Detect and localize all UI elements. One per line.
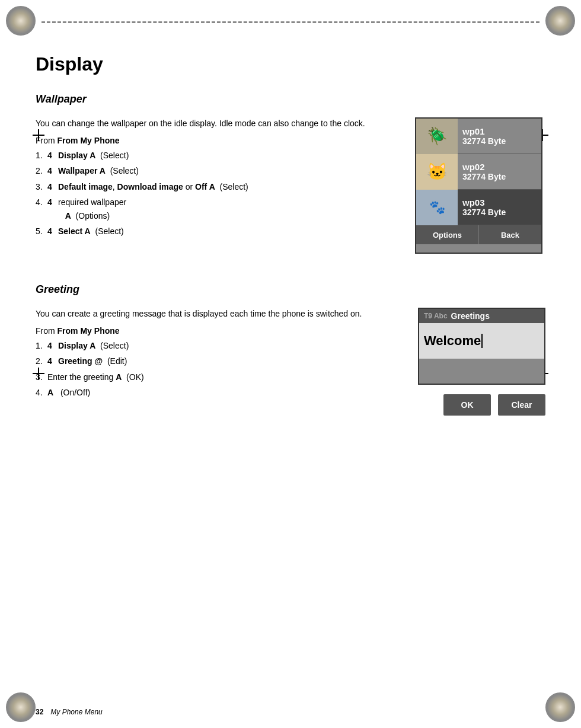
greeting-intro: You can create a greeting message that i… xyxy=(36,308,397,320)
wallpaper-info-2: wp02 32774 Byte xyxy=(458,159,541,184)
wallpaper-thumb-1 xyxy=(416,119,458,154)
footer-text: My Phone Menu xyxy=(50,708,102,716)
wallpaper-screen-mockup: wp01 32774 Byte wp02 32774 Byte xyxy=(415,117,542,254)
corner-decoration-tr xyxy=(545,6,575,36)
clear-button[interactable]: Clear xyxy=(498,394,545,416)
greeting-from-label: From From My Phone xyxy=(36,326,397,336)
wallpaper-screen-buttons: Options Back xyxy=(416,225,541,244)
page-number: 32 xyxy=(36,708,43,716)
wallpaper-from-bold: From My Phone xyxy=(58,136,120,145)
wallpaper-name-3: wp03 xyxy=(462,197,537,207)
top-border-line xyxy=(42,20,540,24)
greeting-section-body: You can create a greeting message that i… xyxy=(36,308,545,416)
sections-container: Wallpaper You can change the wallpaper o… xyxy=(36,93,545,416)
page-content: Display Wallpaper You can change the wal… xyxy=(36,36,545,704)
greeting-image-area: T9 Abc Greetings Welcome OK Clear xyxy=(415,308,545,416)
wallpaper-from-label: From From My Phone xyxy=(36,136,397,145)
wallpaper-step-5: 5. 4 Select A (Select) xyxy=(36,225,397,238)
wallpaper-info-1: wp01 32774 Byte xyxy=(458,124,541,148)
greeting-step-2: 2. 4 Greeting @ (Edit) xyxy=(36,355,397,368)
wallpaper-thumb-3 xyxy=(416,190,458,225)
greeting-header-title: Greetings xyxy=(451,311,490,321)
greeting-screen-header: T9 Abc Greetings xyxy=(419,309,544,323)
wallpaper-section-body: You can change the wallpaper on the idle… xyxy=(36,117,545,254)
wallpaper-back-button[interactable]: Back xyxy=(479,225,541,244)
greeting-section-title: Greeting xyxy=(36,283,545,296)
greeting-welcome-text: Welcome xyxy=(424,333,481,349)
wallpaper-section: Wallpaper You can change the wallpaper o… xyxy=(36,93,545,254)
wallpaper-size-2: 32774 Byte xyxy=(462,172,537,181)
wallpaper-size-3: 32774 Byte xyxy=(462,207,537,217)
wallpaper-item-2: wp02 32774 Byte xyxy=(416,154,541,190)
greeting-from-bold: From My Phone xyxy=(58,326,120,336)
wallpaper-step-3: 3. 4 Default image, Download image or Of… xyxy=(36,180,397,193)
wallpaper-step-1: 1. 4 Display A (Select) xyxy=(36,149,397,162)
greeting-cursor xyxy=(481,334,483,348)
wallpaper-options-button[interactable]: Options xyxy=(416,225,479,244)
wallpaper-size-1: 32774 Byte xyxy=(462,136,537,146)
greeting-text: You can create a greeting message that i… xyxy=(36,308,397,416)
greeting-action-buttons: OK Clear xyxy=(443,394,545,416)
greeting-steps: 1. 4 Display A (Select) 2. 4 Greeting @ … xyxy=(36,339,397,400)
wallpaper-intro: You can change the wallpaper on the idle… xyxy=(36,117,397,130)
greeting-step-4: 4. A (On/Off) xyxy=(36,386,397,399)
corner-decoration-bl xyxy=(6,692,36,722)
greeting-step-3: 3. Enter the greeting A (OK) xyxy=(36,371,397,384)
dashed-border xyxy=(42,21,540,23)
wallpaper-phone-screen: wp01 32774 Byte wp02 32774 Byte xyxy=(415,117,545,254)
wallpaper-name-2: wp02 xyxy=(462,162,537,172)
wallpaper-step-2: 2. 4 Wallpaper A (Select) xyxy=(36,164,397,177)
wallpaper-item-1: wp01 32774 Byte xyxy=(416,119,541,154)
wallpaper-thumb-2 xyxy=(416,154,458,190)
wallpaper-section-title: Wallpaper xyxy=(36,93,545,106)
greeting-header-icon: T9 Abc xyxy=(424,312,448,320)
ok-button[interactable]: OK xyxy=(443,394,491,416)
corner-decoration-br xyxy=(545,692,575,722)
corner-decoration-tl xyxy=(6,6,36,36)
wallpaper-item-3: wp03 32774 Byte xyxy=(416,190,541,225)
wallpaper-text: You can change the wallpaper on the idle… xyxy=(36,117,397,254)
wallpaper-name-1: wp01 xyxy=(462,126,537,136)
greeting-step-1: 1. 4 Display A (Select) xyxy=(36,339,397,352)
page-title: Display xyxy=(36,53,545,75)
wallpaper-info-3: wp03 32774 Byte xyxy=(458,195,541,219)
greeting-screen-body: Welcome xyxy=(419,323,544,359)
wallpaper-step-4: 4. 4 required wallpaper A (Options) xyxy=(36,196,397,222)
page-footer: 32 My Phone Menu xyxy=(36,708,545,716)
greeting-screen-mockup: T9 Abc Greetings Welcome xyxy=(418,308,545,385)
greeting-section: Greeting You can create a greeting messa… xyxy=(36,283,545,416)
wallpaper-steps: 1. 4 Display A (Select) 2. 4 Wallpaper A… xyxy=(36,149,397,238)
